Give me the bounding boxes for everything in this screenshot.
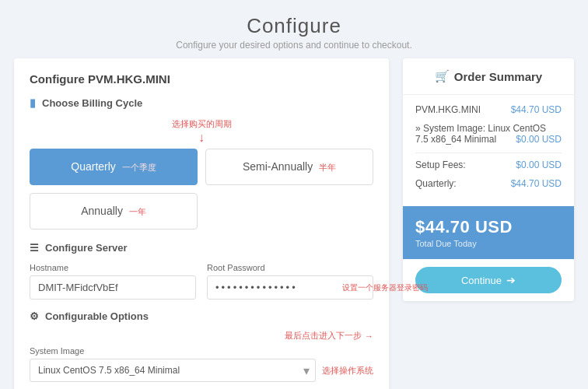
system-image-select-wrapper: Linux CentOS 7.5 x86_64 Minimal Linux Ub… xyxy=(30,359,316,382)
left-panel: Configure PVM.HKG.MINI ▮ Choose Billing … xyxy=(14,58,389,389)
quarterly-cn: 一个季度 xyxy=(122,163,156,172)
cart-icon: 🛒 xyxy=(435,69,450,83)
annually-label: Annually xyxy=(81,205,123,217)
hostname-input[interactable] xyxy=(30,275,196,300)
quarterly-summary-price: $44.70 USD xyxy=(511,178,562,189)
setup-fees-price: $0.00 USD xyxy=(516,159,562,170)
options-icon: ⚙ xyxy=(30,310,39,322)
order-summary: 🛒 Order Summary PVM.HKG.MINI $44.70 USD … xyxy=(403,58,574,301)
order-total: $44.70 USD Total Due Today xyxy=(403,206,574,259)
product-row: PVM.HKG.MINI $44.70 USD xyxy=(415,104,562,115)
right-panel: 🛒 Order Summary PVM.HKG.MINI $44.70 USD … xyxy=(403,58,574,389)
billing-annotation-arrow: ↓ xyxy=(30,131,373,144)
product-price: $44.70 USD xyxy=(511,104,562,115)
total-due-label: Total Due Today xyxy=(415,239,562,248)
root-password-group: Root Password 设置一个服务器登录密码 xyxy=(207,263,373,300)
server-section-label: Configure Server xyxy=(45,242,127,254)
hostname-label: Hostname xyxy=(30,263,196,272)
semi-annually-cn: 半年 xyxy=(319,163,336,172)
quarterly-label: Quarterly xyxy=(71,160,116,173)
system-image-group: System Image Linux CentOS 7.5 x86_64 Min… xyxy=(30,346,373,382)
final-annotation-text: 最后点击进入下一步 xyxy=(285,330,362,342)
setup-fees-label: Setup Fees: xyxy=(415,159,516,170)
total-amount: $44.70 USD xyxy=(415,217,562,237)
continue-label: Continue xyxy=(461,275,502,286)
quarterly-row: Quarterly: $44.70 USD xyxy=(415,178,562,189)
options-section-label: Configurable Options xyxy=(45,310,149,322)
system-image-select[interactable]: Linux CentOS 7.5 x86_64 Minimal Linux Ub… xyxy=(30,359,316,382)
server-icon: ☰ xyxy=(30,242,39,254)
continue-button[interactable]: Continue ➔ xyxy=(415,267,562,293)
password-annotation: 设置一个服务器登录密码 xyxy=(342,282,428,293)
product-label: PVM.HKG.MINI xyxy=(415,104,511,115)
billing-annotation-text: 选择购买的周期 xyxy=(30,118,373,130)
billing-semi-annually-btn[interactable]: Semi-Annually 半年 xyxy=(205,149,373,185)
setup-fees-row: Setup Fees: $0.00 USD xyxy=(415,159,562,170)
semi-annually-label: Semi-Annually xyxy=(243,160,313,173)
billing-annually-btn[interactable]: Annually 一年 xyxy=(30,193,198,230)
panel-title: Configure PVM.HKG.MINI xyxy=(30,72,373,86)
system-image-label: System Image xyxy=(30,346,373,356)
billing-quarterly-btn[interactable]: Quarterly 一个季度 xyxy=(30,149,198,185)
page-header: Configure Configure your desired options… xyxy=(0,0,588,58)
billing-section-label: Choose Billing Cycle xyxy=(42,97,142,109)
continue-arrow-icon: ➔ xyxy=(506,274,516,286)
system-image-summary-price: $0.00 USD xyxy=(516,134,562,145)
quarterly-summary-label: Quarterly: xyxy=(415,178,511,189)
hostname-group: Hostname xyxy=(30,263,196,300)
order-title-text: Order Summary xyxy=(454,70,542,83)
page-subtitle: Configure your desired options and conti… xyxy=(0,40,588,51)
system-image-cn: 选择操作系统 xyxy=(322,365,373,377)
divider-1 xyxy=(415,152,562,153)
root-password-label: Root Password xyxy=(207,263,373,272)
billing-icon: ▮ xyxy=(30,96,36,109)
page-title: Configure xyxy=(0,14,588,38)
system-image-row: » System Image: Linux CentOS 7.5 x86_64 … xyxy=(415,123,562,145)
annually-cn: 一年 xyxy=(129,207,146,216)
final-annotation-arrow: → xyxy=(365,331,373,341)
continue-btn-wrap: Continue ➔ xyxy=(403,259,574,301)
